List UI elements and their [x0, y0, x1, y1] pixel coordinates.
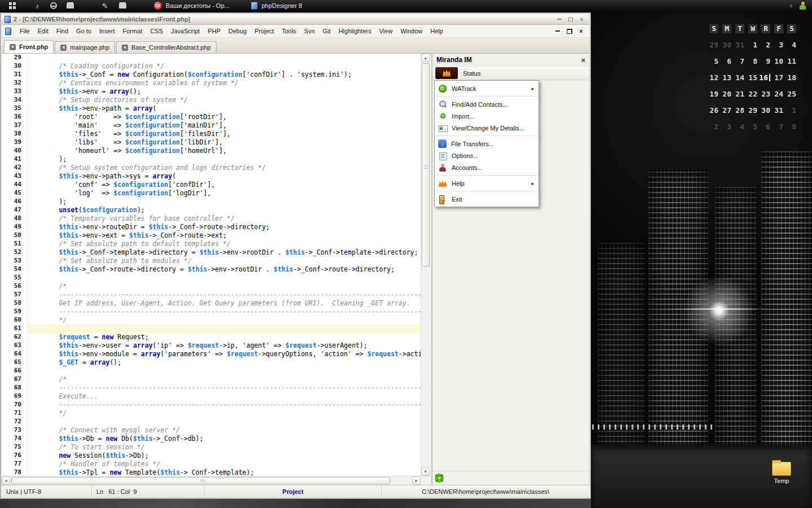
line-number: 45 [2, 189, 28, 198]
calendar-day: 9 [759, 53, 772, 69]
menu-edit[interactable]: Edit [34, 25, 52, 37]
calendar-day: 11 [785, 53, 798, 69]
miranda-menu-help[interactable]: Help▸ [435, 177, 539, 189]
menu-css[interactable]: CSS [146, 25, 167, 37]
scroll-up-arrow[interactable]: ▲ [421, 54, 430, 62]
tab-close-icon[interactable]: × [10, 44, 16, 50]
menu-insert[interactable]: Insert [95, 25, 119, 37]
menu-javascript[interactable]: JavaScript [167, 25, 204, 37]
taskbar-item-phpdesigner[interactable]: phpDesigner 8 [248, 1, 306, 11]
music-icon[interactable]: ♪ [33, 1, 42, 10]
options-icon [438, 151, 447, 160]
line-number: 39 [2, 138, 28, 147]
miranda-menu-file-transfers[interactable]: ↓File Transfers... [435, 138, 539, 150]
globe-icon[interactable] [50, 2, 57, 9]
vscroll-thumb[interactable] [422, 63, 430, 266]
menu-find[interactable]: Find [52, 25, 72, 37]
scroll-down-arrow[interactable]: ▼ [421, 467, 430, 476]
mdi-restore-button[interactable] [564, 27, 574, 35]
flame-icon [438, 179, 447, 188]
folder-icon[interactable] [118, 1, 127, 10]
tab-close-icon[interactable]: × [122, 45, 128, 51]
folder-icon[interactable] [65, 1, 74, 10]
menu-git[interactable]: Git [319, 25, 334, 37]
vertical-scrollbar[interactable]: ▲ ▼ [421, 54, 430, 476]
path-status: C:\DENWER\home\project\www\main\classes\ [382, 485, 589, 497]
code-line: 53 /* Set absolute path to modules */ [2, 257, 421, 265]
mdi-close-button[interactable]: × [576, 27, 586, 35]
miranda-close-icon[interactable]: × [581, 56, 585, 64]
horizontal-scrollbar[interactable]: ◄ ► [2, 476, 430, 485]
scroll-left-arrow[interactable]: ◄ [2, 476, 10, 485]
mdi-minimize-button[interactable] [553, 27, 562, 35]
icq-status-icon[interactable] [438, 476, 441, 480]
line-number: 55 [2, 274, 28, 282]
tray-chevron-icon[interactable]: ‹ [790, 2, 792, 10]
editor-tab-bar: ×Front.php×mainpage.php×Base_ControllerA… [2, 38, 589, 54]
status-button[interactable] [435, 67, 458, 79]
hscroll-thumb[interactable] [11, 477, 390, 484]
tab-close-icon[interactable]: × [60, 45, 67, 51]
menu-php[interactable]: PHP [204, 25, 224, 37]
calendar-day: 20 [720, 86, 733, 102]
miranda-menu-view-change-my-details[interactable]: View/Change My Details... [435, 122, 539, 134]
tab-Front.php[interactable]: ×Front.php [4, 40, 54, 53]
desktop-icon-temp[interactable]: Temp [765, 462, 798, 484]
menu-tools[interactable]: Tools [278, 25, 301, 37]
miranda-menu-accounts[interactable]: Accounts... [435, 161, 539, 173]
submenu-arrow-icon: ▸ [531, 181, 534, 186]
calendar-day: 26 [707, 102, 720, 119]
miranda-menu-exit[interactable]: Exit [435, 193, 539, 205]
line-number: 31 [2, 71, 28, 79]
line-number: 74 [2, 435, 28, 443]
code-editor[interactable]: 2930 /* Loading configuration */31 $this… [2, 54, 430, 485]
menu-svn[interactable]: Svn [300, 25, 319, 37]
calendar-day: 8 [746, 53, 759, 69]
close-button[interactable]: × [577, 15, 586, 23]
tray-user-icon[interactable] [799, 2, 806, 10]
tab-mainpage.php[interactable]: ×mainpage.php [55, 41, 115, 53]
line-number: 59 [2, 308, 28, 316]
miranda-menu-find-add-contacts[interactable]: Find/Add Contacts... [435, 98, 539, 110]
menu-format[interactable]: Format [119, 25, 147, 37]
window-titlebar[interactable]: 2 - [C:\DENWER\home\project\www\main\cla… [2, 14, 589, 25]
menu-window[interactable]: Window [396, 25, 426, 37]
code-area[interactable]: 2930 /* Loading configuration */31 $this… [2, 54, 421, 476]
taskbar-item-opera[interactable]: OВаши десктопы - Op... [151, 1, 233, 11]
menu-separator [435, 96, 538, 97]
line-number: 42 [2, 164, 28, 172]
calendar-weekday-header: F [772, 20, 785, 37]
encoding-status: Unix | UTF-8 [2, 485, 92, 497]
menu-bar: FileEditFindGo toInsertFormatCSSJavaScri… [2, 25, 589, 38]
code-line: 43 $this->env->path->sys = array( [2, 172, 421, 181]
tab-label: Base_ControllerAbstract.php [131, 44, 211, 51]
miranda-menu-import[interactable]: ♻Import... [435, 110, 539, 122]
menu-highlighters[interactable]: Highlighters [334, 25, 375, 37]
maximize-button[interactable] [566, 15, 575, 23]
menu-file[interactable]: File [16, 25, 34, 37]
window-title: 2 - [C:\DENWER\home\project\www\main\cla… [14, 16, 554, 23]
code-line: 78 $this->Tpl = new Template($this->_Con… [2, 468, 421, 476]
calendar-day: 25 [785, 86, 798, 102]
edit-icon[interactable]: ✎ [100, 1, 109, 10]
miranda-menu-options[interactable]: Options... [435, 150, 539, 161]
code-line: 41 ); [2, 155, 421, 164]
menu-help[interactable]: Help [426, 25, 447, 37]
menu-go-to[interactable]: Go to [72, 25, 95, 37]
opera-icon[interactable] [83, 1, 92, 10]
start-button[interactable] [9, 2, 16, 9]
miranda-menu-watrack[interactable]: WATrack▸ [435, 82, 539, 94]
code-line: 31 $this->_Conf = new Configuration($con… [2, 71, 421, 79]
miranda-title: Miranda IM [436, 56, 472, 64]
code-line: 56 /* [2, 282, 421, 291]
minimize-button[interactable] [554, 15, 564, 23]
tab-Base_ControllerAbstract.php[interactable]: ×Base_ControllerAbstract.php [116, 41, 217, 53]
line-number: 40 [2, 147, 28, 155]
menu-debug[interactable]: Debug [224, 25, 250, 37]
details-icon [438, 124, 447, 133]
calendar-day: 7 [733, 53, 746, 69]
menu-project[interactable]: Project [250, 25, 277, 37]
scroll-right-arrow[interactable]: ► [412, 476, 421, 485]
code-line: 39 'libs' => $configuration['libDir'], [2, 138, 421, 147]
menu-view[interactable]: View [375, 25, 396, 37]
